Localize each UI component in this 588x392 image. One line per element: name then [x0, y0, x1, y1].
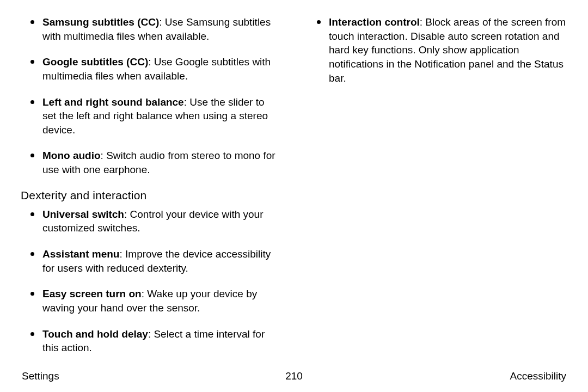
item-term: Touch and hold delay: [42, 328, 148, 340]
item-term: Left and right sound balance: [42, 96, 184, 108]
footer-left: Settings: [22, 370, 59, 382]
left-column: Samsung subtitles (CC): Use Samsung subt…: [21, 15, 281, 367]
content-columns: Samsung subtitles (CC): Use Samsung subt…: [0, 0, 588, 367]
list-item: Touch and hold delay: Select a time inte…: [21, 327, 281, 355]
list-item: Interaction control: Block areas of the …: [307, 15, 567, 85]
item-term: Samsung subtitles (CC): [42, 16, 159, 28]
sub-list: Universal switch: Control your device wi…: [21, 207, 281, 355]
list-item: Mono audio: Switch audio from stereo to …: [21, 149, 281, 176]
item-term: Interaction control: [329, 16, 420, 28]
list-item: Easy screen turn on: Wake up your device…: [21, 287, 281, 315]
item-term: Assistant menu: [42, 248, 119, 260]
page: Samsung subtitles (CC): Use Samsung subt…: [0, 0, 588, 392]
right-column: Interaction control: Block areas of the …: [307, 15, 567, 367]
list-item: Assistant menu: Improve the device acces…: [21, 247, 281, 275]
footer-right: Accessibility: [510, 370, 566, 382]
list-item: Left and right sound balance: Use the sl…: [21, 95, 281, 137]
top-list: Samsung subtitles (CC): Use Samsung subt…: [21, 15, 281, 177]
footer-page-number: 210: [285, 370, 303, 382]
page-footer: Settings 210 Accessibility: [0, 370, 588, 382]
subheading-dexterity: Dexterity and interaction: [21, 189, 281, 202]
item-term: Easy screen turn on: [42, 288, 142, 299]
item-term: Mono audio: [42, 150, 101, 161]
list-item: Google subtitles (CC): Use Google subtit…: [21, 55, 281, 83]
item-term: Google subtitles (CC): [42, 56, 148, 68]
list-item: Universal switch: Control your device wi…: [21, 207, 281, 235]
item-term: Universal switch: [42, 209, 124, 220]
right-list: Interaction control: Block areas of the …: [307, 15, 567, 85]
list-item: Samsung subtitles (CC): Use Samsung subt…: [21, 15, 281, 43]
